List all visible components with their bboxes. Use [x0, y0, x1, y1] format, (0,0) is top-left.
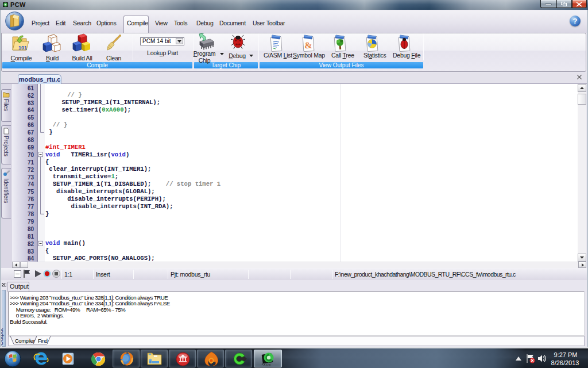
svg-text:Output: Output [1, 328, 4, 346]
svg-text:&: & [304, 40, 312, 51]
svg-text:101: 101 [18, 45, 27, 51]
